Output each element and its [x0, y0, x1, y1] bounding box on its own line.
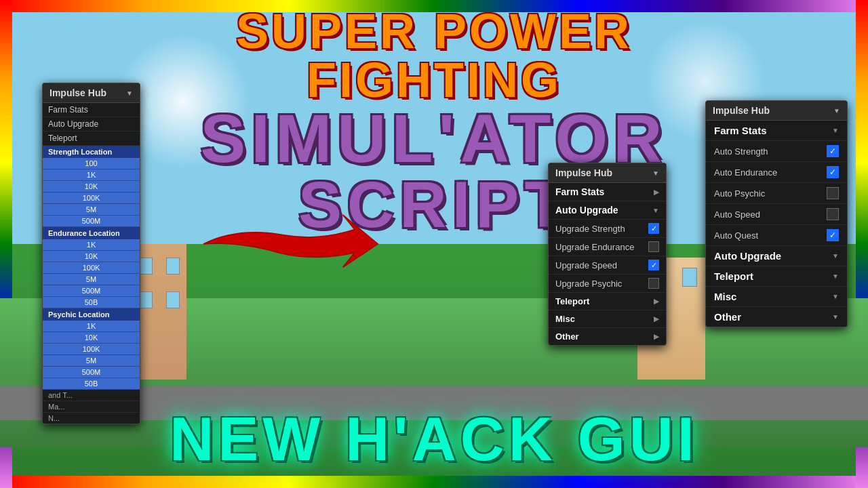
psychic-10k[interactable]: 10K: [43, 332, 140, 344]
mid-other[interactable]: Other ▶: [549, 328, 666, 345]
panel-right-dropdown: ▼: [833, 107, 840, 115]
panel-right: Impulse Hub ▼ Farm Stats ▼ Auto Strength…: [705, 100, 848, 327]
psychic-5m[interactable]: 5M: [43, 355, 140, 367]
strength-5m[interactable]: 5M: [43, 204, 140, 216]
mid-farm-stats[interactable]: Farm Stats ▶: [549, 183, 666, 201]
strength-header: Strength Location: [43, 146, 140, 158]
left-auto-upgrade[interactable]: Auto Upgrade: [43, 117, 140, 131]
psychic-1k[interactable]: 1K: [43, 321, 140, 332]
right-auto-strength[interactable]: Auto Strength ✓: [706, 141, 847, 162]
checkbox-psychic[interactable]: [648, 278, 659, 289]
checkbox-auto-psychic[interactable]: [827, 187, 839, 199]
right-other[interactable]: Other ▼: [706, 307, 847, 327]
psychic-50b[interactable]: 50B: [43, 378, 140, 390]
footer-3[interactable]: N...: [43, 413, 140, 424]
bottom-text-container: NEW H'ACK GUI: [95, 405, 773, 474]
mid-misc[interactable]: Misc ▶: [549, 310, 666, 328]
mid-auto-upgrade[interactable]: Auto Upgrade ▼: [549, 201, 666, 220]
right-auto-psychic[interactable]: Auto Psychic: [706, 183, 847, 204]
checkbox-auto-strength[interactable]: ✓: [827, 145, 839, 157]
psychic-500m[interactable]: 500M: [43, 367, 140, 378]
panel-left: Impulse Hub ▼ Farm Stats Auto Upgrade Te…: [42, 83, 140, 424]
checkbox-auto-speed[interactable]: [827, 208, 839, 220]
endurance-50b[interactable]: 50B: [43, 297, 140, 308]
strength-100[interactable]: 100: [43, 158, 140, 169]
checkbox-auto-quest[interactable]: ✓: [827, 229, 839, 241]
panel-left-header[interactable]: Impulse Hub ▼: [43, 83, 140, 103]
bottom-label: NEW H'ACK GUI: [95, 405, 773, 474]
checkbox-speed[interactable]: ✓: [648, 260, 659, 270]
right-auto-endurance[interactable]: Auto Endurance ✓: [706, 162, 847, 183]
title-line1: SUPER POWER FIGHTING: [129, 7, 739, 104]
panel-left-arrow: ▼: [126, 89, 133, 97]
endurance-header: Endurance Location: [43, 227, 140, 239]
panel-right-title: Impulse Hub: [713, 105, 770, 116]
strength-500m[interactable]: 500M: [43, 216, 140, 227]
mid-upgrade-strength[interactable]: Upgrade Strength ✓: [549, 220, 666, 238]
mid-upgrade-speed[interactable]: Upgrade Speed ✓: [549, 256, 666, 274]
strength-1k[interactable]: 1K: [43, 169, 140, 181]
mid-upgrade-endurance[interactable]: Upgrade Endurance: [549, 238, 666, 256]
psychic-header: Psychic Location: [43, 308, 140, 321]
right-farm-stats[interactable]: Farm Stats ▼: [706, 121, 847, 141]
right-misc[interactable]: Misc ▼: [706, 287, 847, 307]
right-auto-upgrade[interactable]: Auto Upgrade ▼: [706, 246, 847, 266]
panel-right-header[interactable]: Impulse Hub ▼: [706, 101, 847, 121]
right-auto-speed[interactable]: Auto Speed: [706, 204, 847, 225]
panel-middle: Impulse Hub ▼ Farm Stats ▶ Auto Upgrade …: [548, 163, 667, 346]
endurance-10k[interactable]: 10K: [43, 251, 140, 262]
endurance-5m[interactable]: 5M: [43, 274, 140, 285]
checkbox-endurance[interactable]: [648, 241, 659, 252]
mid-teleport[interactable]: Teleport ▶: [549, 293, 666, 310]
building-1: [132, 244, 186, 380]
endurance-500m[interactable]: 500M: [43, 285, 140, 297]
footer-2[interactable]: Ma...: [43, 401, 140, 413]
mid-upgrade-psychic[interactable]: Upgrade Psychic: [549, 274, 666, 293]
psychic-100k[interactable]: 100K: [43, 344, 140, 355]
left-teleport[interactable]: Teleport: [43, 131, 140, 146]
endurance-100k[interactable]: 100K: [43, 262, 140, 274]
endurance-1k[interactable]: 1K: [43, 239, 140, 251]
panel-middle-arrow: ▼: [652, 169, 659, 177]
panel-left-title: Impulse Hub: [50, 87, 106, 98]
strength-10k[interactable]: 10K: [43, 181, 140, 192]
right-auto-quest[interactable]: Auto Quest ✓: [706, 225, 847, 246]
footer-1[interactable]: and T...: [43, 390, 140, 401]
checkbox-strength[interactable]: ✓: [648, 223, 659, 234]
left-farm-stats[interactable]: Farm Stats: [43, 103, 140, 117]
panel-middle-header[interactable]: Impulse Hub ▼: [549, 163, 666, 183]
title-line2: SIMUL'ATOR: [129, 104, 739, 172]
strength-100k[interactable]: 100K: [43, 192, 140, 204]
panel-middle-title: Impulse Hub: [555, 167, 612, 178]
checkbox-auto-endurance[interactable]: ✓: [827, 166, 839, 178]
right-teleport[interactable]: Teleport ▼: [706, 266, 847, 287]
